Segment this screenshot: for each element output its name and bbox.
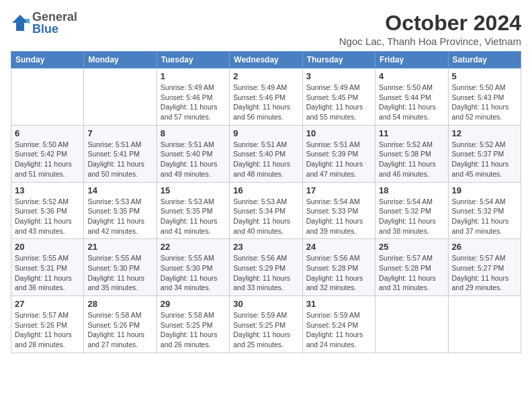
calendar-cell: 30Sunrise: 5:59 AMSunset: 5:25 PMDayligh… [230,296,302,353]
logo-general: General [32,11,77,23]
day-info: Sunrise: 5:51 AMSunset: 5:40 PMDaylight:… [161,140,226,179]
day-number: 9 [233,128,298,138]
location-subtitle: Ngoc Lac, Thanh Hoa Province, Vietnam [339,36,521,47]
day-number: 23 [233,242,298,252]
day-info: Sunrise: 5:54 AMSunset: 5:32 PMDaylight:… [452,197,517,236]
weekday-header-row: SundayMondayTuesdayWednesdayThursdayFrid… [11,52,521,68]
calendar-cell [84,68,157,126]
day-number: 2 [233,71,298,81]
day-number: 6 [15,128,80,138]
day-number: 31 [306,299,371,309]
calendar-cell: 4Sunrise: 5:50 AMSunset: 5:44 PMDaylight… [375,68,448,126]
page-header: General Blue October 2024 Ngoc Lac, Than… [11,11,521,47]
calendar-cell: 8Sunrise: 5:51 AMSunset: 5:40 PMDaylight… [157,125,229,182]
day-info: Sunrise: 5:55 AMSunset: 5:31 PMDaylight:… [15,253,80,293]
calendar-cell: 15Sunrise: 5:53 AMSunset: 5:35 PMDayligh… [157,182,229,239]
day-info: Sunrise: 5:59 AMSunset: 5:24 PMDaylight:… [306,310,371,350]
day-number: 30 [233,299,298,309]
calendar-week-row: 13Sunrise: 5:52 AMSunset: 5:36 PMDayligh… [11,182,521,239]
day-info: Sunrise: 5:59 AMSunset: 5:25 PMDaylight:… [233,310,298,350]
day-info: Sunrise: 5:55 AMSunset: 5:30 PMDaylight:… [87,253,152,293]
calendar-cell [375,296,448,353]
day-info: Sunrise: 5:57 AMSunset: 5:28 PMDaylight:… [379,253,444,293]
calendar-cell: 2Sunrise: 5:49 AMSunset: 5:46 PMDaylight… [230,68,302,126]
calendar-cell: 10Sunrise: 5:51 AMSunset: 5:39 PMDayligh… [302,125,375,182]
day-number: 26 [452,242,517,252]
calendar-cell: 16Sunrise: 5:53 AMSunset: 5:34 PMDayligh… [230,182,302,239]
day-info: Sunrise: 5:57 AMSunset: 5:26 PMDaylight:… [15,310,80,350]
calendar-cell: 3Sunrise: 5:49 AMSunset: 5:45 PMDaylight… [302,68,375,126]
calendar-cell: 5Sunrise: 5:50 AMSunset: 5:43 PMDaylight… [448,68,521,126]
day-info: Sunrise: 5:53 AMSunset: 5:34 PMDaylight:… [233,197,298,236]
calendar-cell: 13Sunrise: 5:52 AMSunset: 5:36 PMDayligh… [11,182,84,239]
day-number: 8 [161,128,226,138]
calendar-cell: 12Sunrise: 5:52 AMSunset: 5:37 PMDayligh… [448,125,521,182]
day-number: 11 [379,128,444,138]
weekday-header-thursday: Thursday [302,52,375,68]
calendar-cell: 21Sunrise: 5:55 AMSunset: 5:30 PMDayligh… [84,239,157,296]
weekday-header-saturday: Saturday [448,52,521,68]
day-number: 1 [161,71,226,81]
svg-marker-0 [12,15,28,31]
calendar-table: SundayMondayTuesdayWednesdayThursdayFrid… [11,51,521,353]
day-number: 17 [306,185,371,195]
day-number: 5 [452,71,517,81]
day-info: Sunrise: 5:52 AMSunset: 5:36 PMDaylight:… [15,197,80,236]
calendar-cell: 11Sunrise: 5:52 AMSunset: 5:38 PMDayligh… [375,125,448,182]
calendar-cell: 23Sunrise: 5:56 AMSunset: 5:29 PMDayligh… [230,239,302,296]
day-number: 14 [87,185,152,195]
weekday-header-wednesday: Wednesday [230,52,302,68]
calendar-cell: 24Sunrise: 5:56 AMSunset: 5:28 PMDayligh… [302,239,375,296]
calendar-cell: 25Sunrise: 5:57 AMSunset: 5:28 PMDayligh… [375,239,448,296]
calendar-cell: 1Sunrise: 5:49 AMSunset: 5:46 PMDaylight… [157,68,229,126]
day-info: Sunrise: 5:49 AMSunset: 5:46 PMDaylight:… [233,83,298,122]
calendar-cell: 31Sunrise: 5:59 AMSunset: 5:24 PMDayligh… [302,296,375,353]
title-area: October 2024 Ngoc Lac, Thanh Hoa Provinc… [339,11,521,47]
calendar-week-row: 27Sunrise: 5:57 AMSunset: 5:26 PMDayligh… [11,296,521,353]
day-info: Sunrise: 5:55 AMSunset: 5:30 PMDaylight:… [161,253,226,293]
calendar-cell: 7Sunrise: 5:51 AMSunset: 5:41 PMDaylight… [84,125,157,182]
calendar-week-row: 6Sunrise: 5:50 AMSunset: 5:42 PMDaylight… [11,125,521,182]
logo-text: General Blue [32,11,77,35]
day-info: Sunrise: 5:52 AMSunset: 5:37 PMDaylight:… [452,140,517,179]
calendar-cell: 26Sunrise: 5:57 AMSunset: 5:27 PMDayligh… [448,239,521,296]
weekday-header-sunday: Sunday [11,52,84,68]
day-info: Sunrise: 5:49 AMSunset: 5:46 PMDaylight:… [161,83,226,122]
calendar-cell: 22Sunrise: 5:55 AMSunset: 5:30 PMDayligh… [157,239,229,296]
day-number: 12 [452,128,517,138]
day-info: Sunrise: 5:53 AMSunset: 5:35 PMDaylight:… [161,197,226,236]
day-info: Sunrise: 5:53 AMSunset: 5:35 PMDaylight:… [87,197,152,236]
day-info: Sunrise: 5:51 AMSunset: 5:39 PMDaylight:… [306,140,371,179]
day-number: 25 [379,242,444,252]
day-info: Sunrise: 5:56 AMSunset: 5:29 PMDaylight:… [233,253,298,293]
logo-blue: Blue [32,23,77,35]
day-number: 21 [87,242,152,252]
weekday-header-friday: Friday [375,52,448,68]
day-number: 29 [161,299,226,309]
day-number: 16 [233,185,298,195]
day-number: 10 [306,128,371,138]
day-info: Sunrise: 5:52 AMSunset: 5:38 PMDaylight:… [379,140,444,179]
day-number: 7 [87,128,152,138]
day-info: Sunrise: 5:57 AMSunset: 5:27 PMDaylight:… [452,253,517,293]
weekday-header-monday: Monday [84,52,157,68]
month-title: October 2024 [339,11,521,36]
calendar-cell: 27Sunrise: 5:57 AMSunset: 5:26 PMDayligh… [11,296,84,353]
logo: General Blue [11,11,77,35]
calendar-cell: 28Sunrise: 5:58 AMSunset: 5:26 PMDayligh… [84,296,157,353]
day-info: Sunrise: 5:56 AMSunset: 5:28 PMDaylight:… [306,253,371,293]
calendar-week-row: 1Sunrise: 5:49 AMSunset: 5:46 PMDaylight… [11,68,521,126]
day-number: 4 [379,71,444,81]
day-number: 3 [306,71,371,81]
day-number: 27 [15,299,80,309]
calendar-cell: 17Sunrise: 5:54 AMSunset: 5:33 PMDayligh… [302,182,375,239]
calendar-cell: 20Sunrise: 5:55 AMSunset: 5:31 PMDayligh… [11,239,84,296]
day-info: Sunrise: 5:50 AMSunset: 5:42 PMDaylight:… [15,140,80,179]
calendar-cell: 18Sunrise: 5:54 AMSunset: 5:32 PMDayligh… [375,182,448,239]
day-info: Sunrise: 5:50 AMSunset: 5:44 PMDaylight:… [379,83,444,122]
logo-icon [11,13,30,32]
day-info: Sunrise: 5:58 AMSunset: 5:26 PMDaylight:… [87,310,152,350]
day-number: 13 [15,185,80,195]
day-number: 18 [379,185,444,195]
weekday-header-tuesday: Tuesday [157,52,229,68]
